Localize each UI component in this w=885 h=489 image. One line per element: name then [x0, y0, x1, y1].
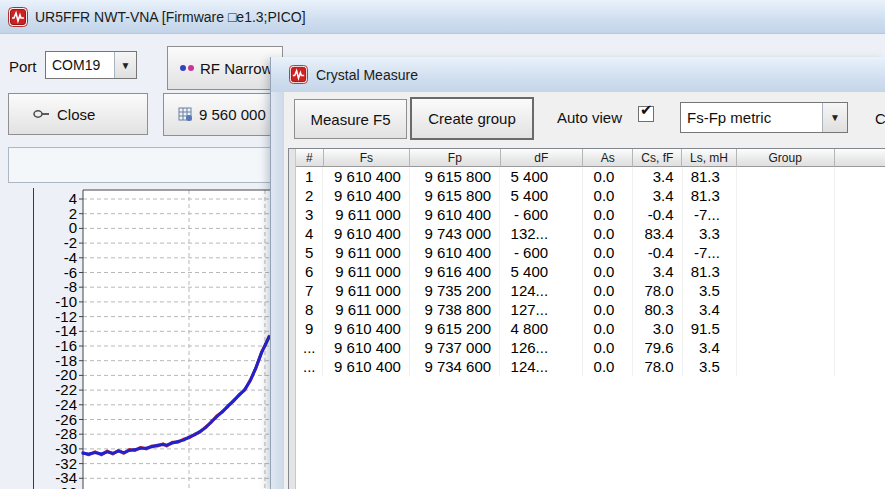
table-cell: 4 — [296, 224, 323, 243]
metric-combobox[interactable]: Fs-Fp metric ▼ — [680, 102, 848, 133]
table-cell: 81.3 — [683, 262, 737, 281]
table-row[interactable]: 29 610 4009 615 8005 4000.03.481.3 — [296, 186, 885, 205]
port-combobox-arrow[interactable]: ▼ — [114, 52, 136, 78]
table-cell — [835, 338, 885, 357]
table-cell: 132... — [500, 224, 583, 243]
port-combobox[interactable]: COM19 ▼ — [45, 51, 137, 79]
column-header-[interactable]: # — [296, 149, 324, 167]
table-body: 19 610 4009 615 8005 4000.03.481.329 610… — [296, 167, 885, 489]
close-label: Close — [57, 106, 95, 123]
column-header-csff[interactable]: Cs, fF — [633, 149, 682, 167]
create-group-button[interactable]: Create group — [410, 97, 534, 140]
column-header-fs[interactable]: Fs — [324, 149, 411, 167]
frequency-button[interactable]: 9 560 000 — [163, 93, 283, 136]
table-cell: 9 615 800 — [410, 186, 500, 205]
chevron-down-icon: ▼ — [830, 112, 840, 123]
column-header-fp[interactable]: Fp — [410, 149, 500, 167]
table-cell — [737, 338, 835, 357]
table-cell — [835, 300, 885, 319]
table-cell: 80.3 — [633, 300, 682, 319]
table-cell — [835, 224, 885, 243]
dialog-left-frame — [271, 92, 284, 489]
metric-combobox-arrow[interactable]: ▼ — [822, 103, 847, 132]
table-cell: 9 611 000 — [323, 243, 409, 262]
table-cell — [835, 186, 885, 205]
rf-narrow-label: RF Narrow — [200, 60, 273, 77]
table-cell: ... — [296, 338, 323, 357]
table-cell — [737, 224, 835, 243]
table-cell: 3 — [296, 205, 323, 224]
table-cell: 3.0 — [633, 319, 682, 338]
main-window-title: UR5FFR NWT-VNA [Firmware □e1.3;PICO] — [35, 9, 306, 25]
table-cell: 4 800 — [500, 319, 583, 338]
table-cell: 9 615 200 — [410, 319, 500, 338]
table-cell: -0.4 — [633, 205, 682, 224]
table-cell — [737, 243, 835, 262]
column-header-filler[interactable] — [835, 149, 885, 167]
table-cell — [737, 357, 835, 376]
table-cell: 9 737 000 — [410, 338, 500, 357]
dialog-titlebar[interactable]: Crystal Measure — [271, 57, 885, 92]
table-row[interactable]: ...9 610 4009 737 000126...0.079.63.4 — [296, 338, 885, 357]
column-header-lsmh[interactable]: Ls, mH — [682, 149, 736, 167]
table-row[interactable]: 49 610 4009 743 000132...0.083.43.3 — [296, 224, 885, 243]
table-row[interactable]: 79 611 0009 735 200124...0.078.03.5 — [296, 281, 885, 300]
measure-f5-button[interactable]: Measure F5 — [294, 99, 407, 139]
chevron-down-icon: ▼ — [121, 60, 131, 71]
table-row[interactable]: 39 611 0009 610 400- 6000.0-0.4-7... — [296, 205, 885, 224]
table-cell: 81.3 — [683, 186, 737, 205]
table-cell — [835, 281, 885, 300]
table-cell: 126... — [500, 338, 583, 357]
table-cell — [835, 357, 885, 376]
table-cell — [737, 319, 835, 338]
table-cell: 78.0 — [633, 357, 682, 376]
table-cell — [835, 205, 885, 224]
table-row[interactable]: 59 611 0009 610 400- 6000.0-0.4-7... — [296, 243, 885, 262]
table-cell — [737, 205, 835, 224]
column-header-df[interactable]: dF — [501, 149, 584, 167]
clipped-control-label: C — [875, 110, 885, 127]
table-cell — [737, 281, 835, 300]
table-cell — [737, 262, 835, 281]
close-button[interactable]: Close — [8, 93, 148, 135]
table-cell: 3.4 — [683, 338, 737, 357]
table-cell — [835, 319, 885, 338]
table-row[interactable]: 89 611 0009 738 800127...0.080.33.4 — [296, 300, 885, 319]
table-cell: 0.0 — [583, 224, 633, 243]
table-cell: 5 400 — [500, 167, 583, 186]
table-cell: 127... — [500, 300, 583, 319]
table-cell: 9 738 800 — [410, 300, 500, 319]
table-cell: 9 743 000 — [410, 224, 500, 243]
table-cell: 124... — [500, 357, 583, 376]
frequency-grid-icon — [178, 107, 193, 122]
table-row[interactable]: 99 610 4009 615 2004 8000.03.091.5 — [296, 319, 885, 338]
table-row[interactable]: ...9 610 4009 734 600124...0.078.03.5 — [296, 357, 885, 376]
table-cell: 83.4 — [633, 224, 682, 243]
crystal-table[interactable]: #FsFpdFAsCs, fFLs, mHGroup 19 610 4009 6… — [288, 148, 885, 489]
table-cell: 8 — [296, 300, 323, 319]
table-row[interactable]: 69 611 0009 616 4005 4000.03.481.3 — [296, 262, 885, 281]
table-cell: 9 — [296, 319, 323, 338]
table-cell: 9 611 000 — [323, 281, 409, 300]
table-cell: 0.0 — [583, 167, 633, 186]
table-cell: 9 610 400 — [323, 167, 409, 186]
column-header-group[interactable]: Group — [737, 149, 835, 167]
main-window-titlebar[interactable]: UR5FFR NWT-VNA [Firmware □e1.3;PICO] — [0, 0, 885, 34]
y-axis-tick-labels: 420-2-4-6-8-10-12-14-16-18-20-22-24-26-2… — [55, 190, 77, 489]
table-cell: 9 611 000 — [323, 205, 409, 224]
table-cell: 3.4 — [633, 262, 682, 281]
checkmark-icon: ✔ — [640, 101, 653, 119]
table-cell: ... — [296, 357, 323, 376]
table-row[interactable]: 19 610 4009 615 8005 4000.03.481.3 — [296, 167, 885, 186]
rf-narrow-button[interactable]: RF Narrow — [167, 46, 283, 90]
table-cell: 5 — [296, 243, 323, 262]
table-cell: 6 — [296, 262, 323, 281]
table-cell: 9 610 400 — [323, 319, 409, 338]
sweep-chart[interactable]: 420-2-4-6-8-10-12-14-16-18-20-22-24-26-2… — [33, 188, 284, 489]
column-header-as[interactable]: As — [583, 149, 633, 167]
table-cell: -0.4 — [633, 243, 682, 262]
table-cell: 3.5 — [683, 281, 737, 300]
auto-view-checkbox[interactable]: ✔ — [638, 106, 654, 122]
table-cell: 0.0 — [583, 186, 633, 205]
table-cell: 0.0 — [583, 205, 633, 224]
